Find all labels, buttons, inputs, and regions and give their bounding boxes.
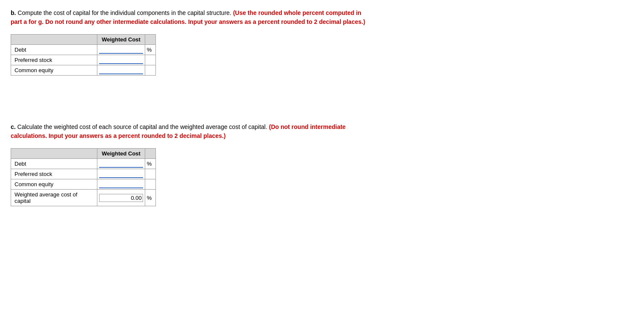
table-row: Preferred stock: [11, 55, 156, 65]
section-b-label-header: [11, 35, 97, 45]
section-b-input-0[interactable]: [99, 46, 143, 54]
section-c-label-1: Preferred stock: [11, 169, 97, 179]
section-c-label-2: Common equity: [11, 179, 97, 190]
section-c-input-cell-1[interactable]: [97, 169, 145, 179]
section-b-percent-header: [145, 35, 155, 45]
section-c-normal-text: Calculate the weighted cost of each sour…: [16, 123, 269, 130]
table-row: Debt%: [11, 159, 156, 169]
section-b-percent-1: [145, 55, 155, 65]
section-b-label-2: Common equity: [11, 65, 97, 76]
section-b-weighted-cost-header: Weighted Cost: [97, 35, 145, 45]
section-c-percent-0: %: [145, 159, 155, 169]
section-c-input-cell-3[interactable]: [97, 190, 145, 206]
section-c-weighted-cost-header: Weighted Cost: [97, 149, 145, 159]
section-b-table: Weighted Cost Debt%Preferred stockCommon…: [11, 34, 156, 76]
section-c-percent-header: [145, 149, 155, 159]
section-b-input-cell-2[interactable]: [97, 65, 145, 76]
section-b-input-1[interactable]: [99, 56, 143, 64]
section-b-input-cell-1[interactable]: [97, 55, 145, 65]
table-row: Common equity: [11, 65, 156, 76]
section-c-percent-3: %: [145, 190, 155, 206]
section-b-label-0: Debt: [11, 45, 97, 55]
section-b-label-1: Preferred stock: [11, 55, 97, 65]
section-b: b. Compute the cost of capital for the i…: [11, 9, 633, 76]
section-c-percent-1: [145, 169, 155, 179]
section-c-input-cell-2[interactable]: [97, 179, 145, 190]
section-b-question: b. Compute the cost of capital for the i…: [11, 9, 374, 26]
section-b-percent-0: %: [145, 45, 155, 55]
section-c-letter: c.: [11, 123, 16, 130]
table-row: Common equity: [11, 179, 156, 190]
table-row: Preferred stock: [11, 169, 156, 179]
section-c: c. Calculate the weighted cost of each s…: [11, 123, 633, 206]
section-c-input-3[interactable]: [99, 194, 143, 202]
section-c-table: Weighted Cost Debt%Preferred stockCommon…: [11, 148, 156, 206]
section-c-label-3: Weighted average cost of capital: [11, 190, 97, 206]
section-c-label-0: Debt: [11, 159, 97, 169]
section-b-input-2[interactable]: [99, 66, 143, 74]
section-c-input-0[interactable]: [99, 160, 143, 168]
section-b-letter: b.: [11, 9, 16, 16]
section-b-input-cell-0[interactable]: [97, 45, 145, 55]
section-c-percent-2: [145, 179, 155, 190]
section-c-label-header: [11, 149, 97, 159]
section-c-question: c. Calculate the weighted cost of each s…: [11, 123, 374, 140]
section-c-input-cell-0[interactable]: [97, 159, 145, 169]
table-row: Debt%: [11, 45, 156, 55]
table-row: Weighted average cost of capital%: [11, 190, 156, 206]
section-b-normal-text: Compute the cost of capital for the indi…: [16, 9, 233, 16]
section-b-percent-2: [145, 65, 155, 76]
section-c-input-1[interactable]: [99, 170, 143, 178]
section-c-input-2[interactable]: [99, 180, 143, 188]
